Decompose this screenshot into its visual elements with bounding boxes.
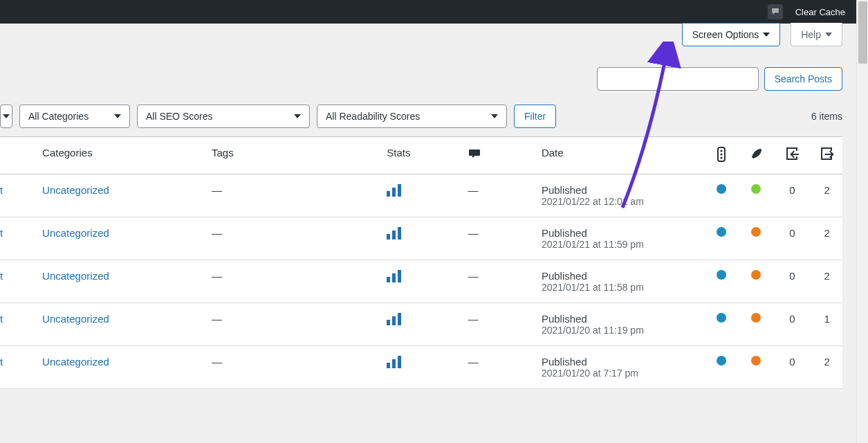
outgoing-links-count: 2: [811, 217, 842, 260]
filter-button[interactable]: Filter: [514, 105, 556, 128]
post-category-link[interactable]: Uncategorized: [42, 184, 109, 196]
post-stats[interactable]: [380, 346, 461, 389]
traffic-light-icon: [715, 147, 728, 162]
col-tags[interactable]: Tags: [205, 137, 380, 174]
help-label: Help: [801, 29, 821, 40]
incoming-links-count: 0: [773, 174, 811, 217]
stats-bars-icon: [387, 313, 401, 325]
screen-options-label: Screen Options: [692, 29, 759, 40]
categories-filter-label: All Categories: [28, 111, 89, 122]
seo-score-dot: [704, 217, 739, 260]
chevron-down-icon: [294, 114, 301, 118]
scrollbar-thumb[interactable]: [858, 1, 867, 64]
post-category-link[interactable]: Uncategorized: [42, 227, 109, 239]
post-tags: —: [205, 303, 380, 346]
col-outgoing-links[interactable]: [811, 137, 842, 174]
outgoing-links-count: 2: [811, 260, 842, 303]
table-row: tUncategorized——Published2021/01/20 at 1…: [0, 303, 842, 346]
screen-options-button[interactable]: Screen Options: [682, 23, 781, 46]
post-stats[interactable]: [380, 217, 461, 260]
items-count: 6 items: [811, 111, 842, 122]
col-readability[interactable]: [739, 137, 773, 174]
table-row: tUncategorized——Published2021/01/21 at 1…: [0, 260, 842, 303]
seo-score-filter-label: All SEO Scores: [146, 111, 212, 122]
post-date: Published2021/01/21 at 11:59 pm: [535, 217, 704, 260]
post-tags: —: [205, 174, 380, 217]
caret-down-icon: [763, 33, 770, 37]
readability-dot: [739, 174, 773, 217]
seo-score-dot: [704, 346, 739, 389]
col-seo-score[interactable]: [704, 137, 739, 174]
incoming-links-count: 0: [773, 303, 811, 346]
post-title-truncated[interactable]: t: [0, 217, 35, 260]
incoming-links-count: 0: [773, 346, 811, 389]
table-row: tUncategorized——Published2021/01/22 at 1…: [0, 174, 842, 217]
seo-score-dot: [704, 174, 739, 217]
post-stats[interactable]: [380, 174, 461, 217]
post-date: Published2021/01/20 at 11:19 pm: [535, 303, 704, 346]
post-date: Published2021/01/21 at 11:58 pm: [535, 260, 704, 303]
col-stats[interactable]: Stats: [380, 137, 461, 174]
stats-bars-icon: [387, 270, 401, 282]
col-incoming-links[interactable]: [773, 137, 811, 174]
incoming-links-count: 0: [773, 217, 811, 260]
admin-toolbar: Clear Cache: [0, 0, 856, 24]
post-comments: —: [461, 260, 534, 303]
post-title-truncated[interactable]: t: [0, 346, 35, 389]
post-category-link[interactable]: Uncategorized: [42, 356, 109, 368]
clear-cache-link[interactable]: Clear Cache: [795, 7, 845, 17]
outgoing-links-count: 2: [811, 174, 842, 217]
vertical-scrollbar[interactable]: [856, 0, 868, 443]
post-stats[interactable]: [380, 303, 461, 346]
svg-point-1: [721, 150, 723, 152]
chevron-down-icon: [114, 114, 121, 118]
stats-bars-icon: [387, 227, 401, 239]
outgoing-links-count: 1: [811, 303, 842, 346]
post-title-truncated[interactable]: t: [0, 174, 35, 217]
post-date: Published2021/01/22 at 12:01 am: [535, 174, 704, 217]
incoming-links-count: 0: [773, 260, 811, 303]
stats-bars-icon: [387, 356, 401, 368]
col-date[interactable]: Date: [535, 137, 704, 174]
post-category-link[interactable]: Uncategorized: [42, 270, 109, 282]
table-row: tUncategorized——Published2021/01/21 at 1…: [0, 217, 842, 260]
readability-filter-label: All Readability Scores: [326, 111, 420, 122]
post-stats[interactable]: [380, 260, 461, 303]
outgoing-links-count: 2: [811, 346, 842, 389]
link-out-icon: [820, 147, 835, 161]
comment-bubble-icon: [468, 147, 481, 161]
seo-score-filter[interactable]: All SEO Scores: [137, 105, 310, 128]
categories-filter[interactable]: All Categories: [19, 105, 130, 128]
search-posts-button[interactable]: Search Posts: [764, 67, 842, 91]
readability-dot: [739, 217, 773, 260]
search-row: Search Posts: [0, 46, 842, 98]
post-tags: —: [205, 260, 380, 303]
filter-dropdown-truncated[interactable]: [0, 105, 12, 128]
post-comments: —: [461, 217, 534, 260]
svg-point-2: [721, 153, 723, 155]
table-row: tUncategorized——Published2021/01/20 at 7…: [0, 346, 842, 389]
posts-table: Categories Tags Stats Date: [0, 136, 842, 389]
post-category-link[interactable]: Uncategorized: [42, 313, 109, 325]
seo-score-dot: [704, 260, 739, 303]
col-comments[interactable]: [461, 137, 534, 174]
post-title-truncated[interactable]: t: [0, 303, 35, 346]
col-title-truncated: [0, 137, 35, 174]
readability-filter[interactable]: All Readability Scores: [317, 105, 507, 128]
post-comments: —: [461, 346, 534, 389]
filter-row: All Categories All SEO Scores All Readab…: [0, 98, 842, 136]
svg-point-3: [721, 156, 723, 159]
post-tags: —: [205, 346, 380, 389]
readability-dot: [739, 346, 773, 389]
comments-icon[interactable]: [768, 4, 783, 19]
chevron-down-icon: [3, 114, 10, 118]
post-title-truncated[interactable]: t: [0, 260, 35, 303]
col-categories[interactable]: Categories: [35, 137, 205, 174]
caret-down-icon: [825, 33, 832, 37]
seo-score-dot: [704, 303, 739, 346]
search-input[interactable]: [597, 67, 759, 91]
help-button[interactable]: Help: [791, 23, 842, 46]
post-comments: —: [461, 174, 534, 217]
post-comments: —: [461, 303, 534, 346]
post-date: Published2021/01/20 at 7:17 pm: [535, 346, 704, 389]
